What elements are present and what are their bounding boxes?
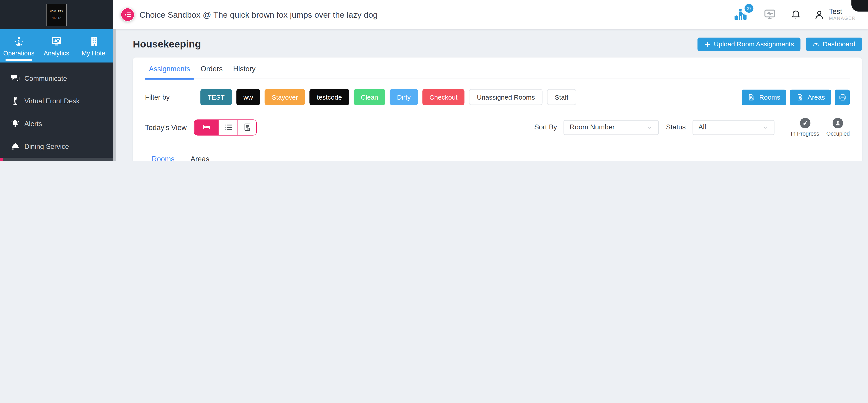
sort-by-label: Sort By bbox=[534, 124, 557, 131]
menu-collapse-button[interactable] bbox=[121, 8, 134, 22]
sidebar-item-dining-service[interactable]: Dining Service bbox=[0, 135, 113, 158]
rooms-report-button[interactable]: Rooms bbox=[742, 90, 786, 105]
sidebar-tab-analytics[interactable]: Analytics bbox=[37, 29, 75, 63]
filter-chip-test[interactable]: TEST bbox=[200, 89, 232, 105]
sidebar-item-alerts[interactable]: Alerts bbox=[0, 112, 113, 135]
bed-icon bbox=[202, 123, 211, 132]
toolbar-row: Today's View Sort By Room Number Status … bbox=[145, 118, 850, 137]
areas-report-button[interactable]: Areas bbox=[790, 90, 831, 105]
gauge-icon bbox=[813, 41, 819, 47]
legend-occupied: Occupied bbox=[826, 118, 850, 137]
filter-chip-clean[interactable]: Clean bbox=[353, 89, 385, 105]
menu-collapse-icon bbox=[124, 11, 131, 18]
upload-room-assignments-button[interactable]: Upload Room Assignments bbox=[697, 38, 801, 51]
sidebar-tab-operations[interactable]: Operations bbox=[0, 29, 37, 63]
sidebar-tabs: OperationsAnalyticsMy Hotel bbox=[0, 29, 113, 63]
upcoming-guests-icon[interactable]: 27 bbox=[734, 8, 749, 21]
filter-chip-unassigned-rooms[interactable]: Unassigned Rooms bbox=[469, 89, 542, 105]
page-title: Housekeeping bbox=[133, 38, 201, 50]
kiosk-icon bbox=[10, 96, 20, 106]
list-view-toggle[interactable] bbox=[219, 120, 238, 135]
sidebar-item-communicate[interactable]: Communicate bbox=[0, 67, 113, 90]
legend-in-progress: In Progress bbox=[791, 118, 819, 137]
tab-orders[interactable]: Orders bbox=[197, 65, 226, 78]
dining-icon bbox=[10, 141, 20, 151]
sort-by-select[interactable]: Room Number bbox=[564, 120, 659, 135]
filter-chip-staff[interactable]: Staff bbox=[547, 89, 576, 105]
main-content: Housekeeping Upload Room Assignments Das… bbox=[116, 29, 868, 161]
user-menu[interactable]: Test MANAGER bbox=[814, 8, 856, 22]
sidebar-menu: CommunicateVirtual Front DeskAlertsDinin… bbox=[0, 67, 113, 161]
report-icon bbox=[243, 123, 252, 132]
chevron-down-icon bbox=[762, 124, 768, 130]
filter-chip-stayover[interactable]: Stayover bbox=[265, 89, 305, 105]
top-header: Choice Sandbox @ The quick brown fox jum… bbox=[113, 0, 868, 29]
operations-icon bbox=[13, 36, 24, 47]
print-button[interactable] bbox=[835, 90, 850, 105]
status-label: Status bbox=[666, 124, 686, 131]
plus-icon bbox=[704, 41, 710, 47]
filter-by-label: Filter by bbox=[145, 93, 200, 101]
filter-chip-dirty[interactable]: Dirty bbox=[390, 89, 418, 105]
room-view-toggle[interactable] bbox=[194, 120, 219, 135]
status-select[interactable]: All bbox=[692, 120, 774, 135]
filter-chip-testcode[interactable]: testcode bbox=[310, 89, 349, 105]
rooms-areas-tabs: RoomsAreas bbox=[145, 155, 850, 161]
document-plus-icon bbox=[796, 93, 804, 101]
notifications-bell-icon[interactable] bbox=[790, 9, 801, 21]
todays-view-label: Today's View bbox=[145, 123, 186, 131]
filter-chips: TESTwwStayovertestcodeCleanDirtyCheckout… bbox=[200, 89, 576, 105]
chevron-down-icon bbox=[647, 124, 653, 130]
user-role: MANAGER bbox=[829, 16, 856, 22]
guest-count-badge: 27 bbox=[745, 4, 753, 13]
person-icon bbox=[833, 118, 843, 129]
logo-box: HOW LETS "HOPE" bbox=[0, 0, 113, 29]
sidebar: HOW LETS "HOPE" OperationsAnalyticsMy Ho… bbox=[0, 0, 113, 161]
system-monitor-icon[interactable] bbox=[764, 9, 776, 21]
dashboard-button[interactable]: Dashboard bbox=[806, 38, 862, 51]
page-head: Housekeeping Upload Room Assignments Das… bbox=[116, 29, 868, 51]
filter-row: Filter by TESTwwStayovertestcodeCleanDir… bbox=[145, 89, 850, 105]
hotel-logo: HOW LETS "HOPE" bbox=[46, 3, 67, 26]
tab-assignments[interactable]: Assignments bbox=[145, 65, 194, 78]
filter-chip-ww[interactable]: ww bbox=[236, 89, 260, 105]
sidebar-scrollbar[interactable] bbox=[113, 29, 116, 161]
printer-icon bbox=[838, 93, 846, 101]
broom-icon bbox=[800, 118, 810, 129]
document-plus-icon bbox=[748, 93, 755, 101]
header-actions: 27 Test MANAGER bbox=[734, 8, 868, 22]
sidebar-item-housekeeping[interactable]: Housekeeping bbox=[0, 158, 113, 161]
subtab-rooms[interactable]: Rooms bbox=[145, 155, 181, 161]
filter-chip-checkout[interactable]: Checkout bbox=[422, 89, 465, 105]
tab-history[interactable]: History bbox=[229, 65, 259, 78]
app-window: HOW LETS "HOPE" OperationsAnalyticsMy Ho… bbox=[0, 0, 868, 161]
chat-icon bbox=[10, 73, 20, 83]
sidebar-tab-my-hotel[interactable]: My Hotel bbox=[75, 29, 113, 63]
logo-text-1: HOW LETS bbox=[50, 10, 63, 13]
logo-text-2: "HOPE" bbox=[52, 16, 61, 20]
user-avatar-icon bbox=[814, 9, 825, 20]
report-view-toggle[interactable] bbox=[238, 120, 256, 135]
view-toggle-group bbox=[194, 119, 257, 135]
subtab-areas[interactable]: Areas bbox=[184, 155, 216, 161]
property-title: Choice Sandbox @ The quick brown fox jum… bbox=[140, 10, 378, 20]
hotel-icon bbox=[89, 36, 100, 47]
bellring-icon bbox=[10, 119, 20, 129]
main-tabs: AssignmentsOrdersHistory bbox=[145, 58, 850, 79]
user-name: Test bbox=[829, 8, 856, 16]
list-icon bbox=[224, 123, 233, 132]
status-legend: In ProgressOccupied bbox=[791, 118, 850, 137]
sidebar-item-virtual-front-desk[interactable]: Virtual Front Desk bbox=[0, 90, 113, 112]
analytics-icon bbox=[51, 36, 62, 47]
housekeeping-card: AssignmentsOrdersHistory Filter by TESTw… bbox=[133, 58, 862, 161]
corner-widget[interactable] bbox=[851, 0, 868, 12]
